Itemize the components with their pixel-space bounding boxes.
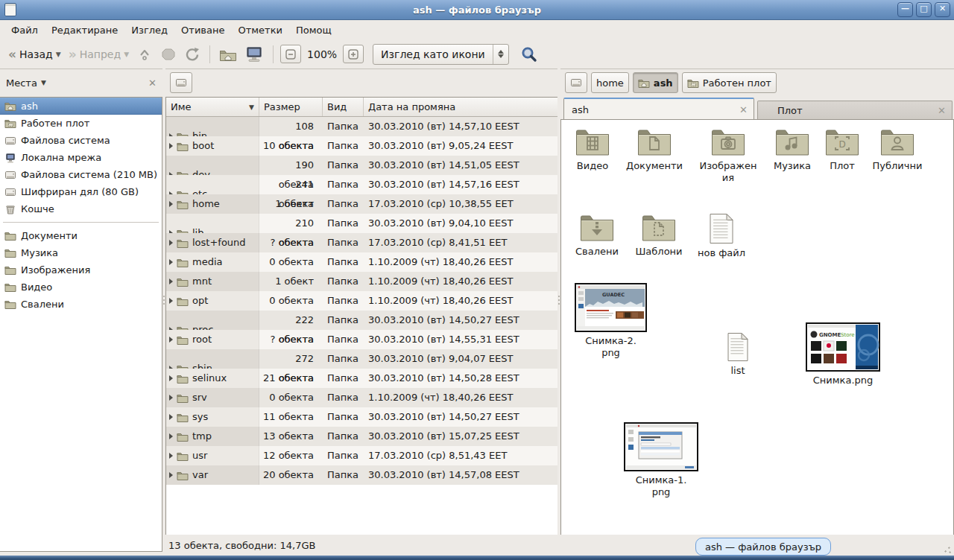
sidebar-item-ash[interactable]: ash xyxy=(0,98,162,115)
tab-ash[interactable]: ash✕ xyxy=(563,98,754,119)
forward-button[interactable]: » Напред ▼ xyxy=(65,45,133,63)
table-row-boot[interactable]: boot10 обектаПапка30.03.2010 (вт) 9,05,2… xyxy=(166,136,558,156)
expander-icon[interactable] xyxy=(169,472,173,478)
table-row-sbin[interactable]: sbin272 обектаПапка30.03.2010 (вт) 9,04,… xyxy=(166,349,558,369)
table-row-bin[interactable]: bin108 обектаПапка30.03.2010 (вт) 14,57,… xyxy=(166,117,558,136)
breadcrumb-button-Работен плот[interactable]: Работен плот xyxy=(682,72,777,93)
sidebar-title[interactable]: Места xyxy=(6,77,37,89)
file-item-Снимка-2.png[interactable]: GUADECСнимка-2. png xyxy=(575,283,647,359)
file-item-Плот[interactable]: DПлот xyxy=(811,127,874,172)
breadcrumb-button-root[interactable] xyxy=(565,72,587,93)
sidebar-item-Файлова система (210 MB)[interactable]: Файлова система (210 MB) xyxy=(0,166,162,183)
sidebar-separator xyxy=(3,222,159,223)
root-filesystem-button[interactable] xyxy=(170,72,192,93)
breadcrumb-button-ash[interactable]: ash xyxy=(633,72,678,93)
menu-item-Редактиране[interactable]: Редактиране xyxy=(45,22,124,39)
table-row-tmp[interactable]: tmp13 обектаПапка30.03.2010 (вт) 15,07,2… xyxy=(166,427,558,446)
table-row-proc[interactable]: proc222 обектаПапка30.03.2010 (вт) 14,50… xyxy=(166,311,558,330)
sidebar-item-Шифриран дял (80 GB)[interactable]: Шифриран дял (80 GB) xyxy=(0,183,162,200)
sidebar-item-Изображения[interactable]: Изображения xyxy=(0,261,162,279)
expander-icon[interactable] xyxy=(169,433,173,439)
up-button[interactable] xyxy=(133,43,157,66)
column-header-type[interactable]: Вид xyxy=(323,98,364,116)
reload-button[interactable] xyxy=(180,43,204,66)
column-header-date[interactable]: Дата на промяна xyxy=(364,98,558,116)
table-row-sys[interactable]: sys11 обектаПапка30.03.2010 (вт) 14,50,2… xyxy=(166,407,558,427)
table-row-lost+found[interactable]: lost+found? обектаПапка17.03.2010 (ср) 8… xyxy=(166,233,558,252)
table-row-opt[interactable]: opt0 обектаПапка1.10.2009 (чт) 18,40,26 … xyxy=(166,291,558,311)
column-header-name[interactable]: Име▼ xyxy=(166,98,259,116)
table-row-root[interactable]: root? обектаПапка30.03.2010 (вт) 14,55,3… xyxy=(166,330,558,349)
resize-grip-icon[interactable] xyxy=(943,545,952,554)
back-button[interactable]: « Назад ▼ xyxy=(4,45,65,63)
computer-button[interactable] xyxy=(241,43,268,66)
maximize-button[interactable]: □ xyxy=(916,2,932,17)
table-row-usr[interactable]: usr12 обектаПапка17.03.2010 (ср) 8,51,43… xyxy=(166,446,558,465)
view-mode-select[interactable]: Изглед като икони xyxy=(373,44,509,65)
expander-icon[interactable] xyxy=(169,201,173,207)
menu-item-Помощ[interactable]: Помощ xyxy=(289,22,338,39)
file-item-Видео[interactable]: Видео xyxy=(561,127,624,172)
menu-item-Файл[interactable]: Файл xyxy=(4,22,45,39)
spinner-icon[interactable] xyxy=(493,45,508,64)
breadcrumb-button-home[interactable]: home xyxy=(591,72,629,93)
sidebar-item-Документи[interactable]: Документи xyxy=(0,227,162,244)
search-button[interactable] xyxy=(517,42,542,66)
table-row-mnt[interactable]: mnt1 обектПапка1.10.2009 (чт) 18,40,26 E… xyxy=(166,272,558,291)
tab-close-icon[interactable]: ✕ xyxy=(739,104,748,115)
table-row-var[interactable]: var20 обектаПапка30.03.2010 (вт) 14,57,0… xyxy=(166,465,558,485)
expander-icon[interactable] xyxy=(169,143,173,149)
stop-button[interactable] xyxy=(157,43,180,66)
sidebar-item-Локална мрежа[interactable]: Локална мрежа xyxy=(0,149,162,166)
table-row-lib[interactable]: lib210 обектаПапка30.03.2010 (вт) 9,04,1… xyxy=(166,214,558,233)
expander-icon[interactable] xyxy=(169,240,173,246)
file-item-Снимка.png[interactable]: GNOMEStoreСнимка.png xyxy=(806,322,880,386)
file-item-list[interactable]: list xyxy=(716,332,760,377)
expander-icon[interactable] xyxy=(169,279,173,284)
expander-icon[interactable] xyxy=(169,453,173,459)
sidebar-item-Работен плот[interactable]: Работен плот xyxy=(0,115,162,132)
table-row-media[interactable]: media0 обектаПапка1.10.2009 (чт) 18,40,2… xyxy=(166,252,558,272)
file-item-Документи[interactable]: Документи xyxy=(623,127,686,172)
forward-dropdown-icon[interactable]: ▼ xyxy=(124,51,129,58)
taskbar-tooltip[interactable]: ash — файлов браузър xyxy=(695,538,831,556)
file-item-Шаблони[interactable]: Шаблони xyxy=(628,213,690,258)
sidebar-item-Файлова система[interactable]: Файлова система xyxy=(0,132,162,149)
sidebar-item-Музика[interactable]: Музика xyxy=(0,244,162,261)
chevron-down-icon[interactable]: ▼ xyxy=(41,79,46,86)
back-dropdown-icon[interactable]: ▼ xyxy=(56,51,61,58)
zoom-out-button[interactable] xyxy=(280,45,301,63)
menu-item-Отметки[interactable]: Отметки xyxy=(231,22,288,39)
column-header-size[interactable]: Размер xyxy=(259,98,323,116)
file-item-Изображения[interactable]: Изображен ия xyxy=(697,127,759,184)
menu-item-Отиване[interactable]: Отиване xyxy=(174,22,231,39)
sidebar-item-Кошче[interactable]: Кошче xyxy=(0,200,162,217)
expander-icon[interactable] xyxy=(169,259,173,265)
tab-Плот[interactable]: Плот✕ xyxy=(757,101,953,119)
table-row-home[interactable]: home1 обектПапка17.03.2010 (ср) 10,38,55… xyxy=(166,194,558,214)
table-row-etc[interactable]: etc241 обектаПапка30.03.2010 (вт) 14,57,… xyxy=(166,175,558,194)
table-row-selinux[interactable]: selinux21 обектаПапка30.03.2010 (вт) 14,… xyxy=(166,369,558,388)
expander-icon[interactable] xyxy=(169,395,173,401)
file-item-Публични[interactable]: Публични xyxy=(866,127,929,172)
tab-close-icon[interactable]: ✕ xyxy=(938,105,946,116)
close-button[interactable]: ✕ xyxy=(935,2,950,17)
menu-item-Изглед[interactable]: Изглед xyxy=(124,22,174,39)
sidebar-item-label: Файлова система (210 MB) xyxy=(21,169,157,180)
sidebar-close-icon[interactable]: ✕ xyxy=(148,77,157,89)
expander-icon[interactable] xyxy=(169,298,173,304)
sidebar-item-Видео[interactable]: Видео xyxy=(0,279,162,296)
file-item-Свалени[interactable]: Свалени xyxy=(566,213,628,258)
expander-icon[interactable] xyxy=(169,337,173,343)
minimize-button[interactable]: — xyxy=(897,2,913,17)
sidebar-item-Свалени[interactable]: Свалени xyxy=(0,296,162,313)
table-row-dev[interactable]: dev190 обектаПапка30.03.2010 (вт) 14,51,… xyxy=(166,156,558,175)
home-button[interactable] xyxy=(215,44,241,65)
table-row-srv[interactable]: srv0 обектаПапка1.10.2009 (чт) 18,40,26 … xyxy=(166,388,558,407)
expander-icon[interactable] xyxy=(169,414,173,420)
expander-icon[interactable] xyxy=(169,375,173,381)
icon-view[interactable]: ВидеоДокументиИзображен ияМузикаDПлотПуб… xyxy=(560,119,954,536)
file-item-Снимка-1.png[interactable]: Снимка-1. png xyxy=(624,422,698,498)
zoom-in-button[interactable] xyxy=(343,45,364,63)
file-item-нов файл[interactable]: нов файл xyxy=(690,213,753,259)
